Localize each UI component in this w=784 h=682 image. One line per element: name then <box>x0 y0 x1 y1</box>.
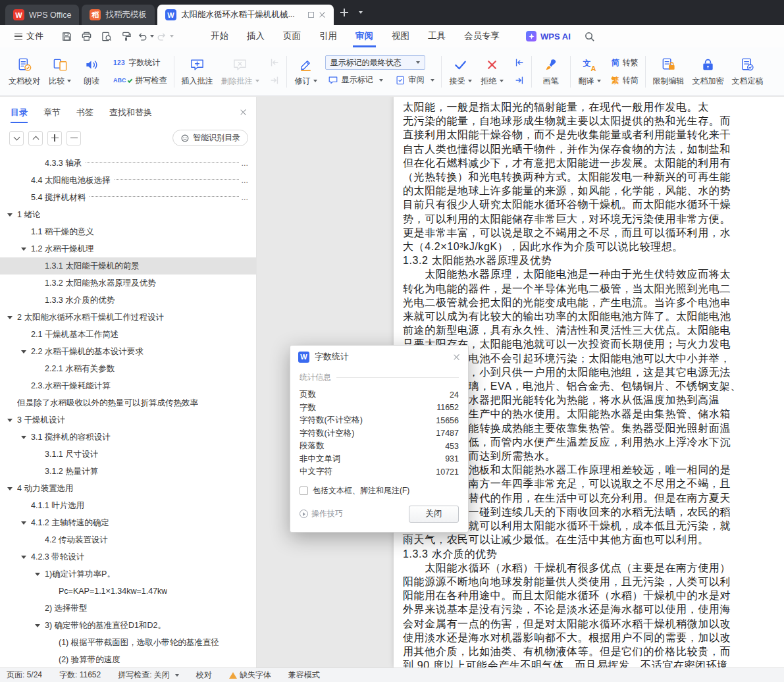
redo-button[interactable] <box>157 28 174 44</box>
doc-finalize-button[interactable]: 文档定稿 <box>729 52 767 92</box>
sidebar-tab[interactable]: 查找和替换 <box>109 97 152 128</box>
format-painter-button[interactable] <box>117 28 134 44</box>
menu-item[interactable]: 开始 <box>201 25 238 47</box>
menu-item[interactable]: 视图 <box>382 25 419 47</box>
expand-all-button[interactable] <box>47 131 62 145</box>
page-indicator[interactable]: 页面: 5/24 <box>7 669 42 681</box>
toc-item[interactable]: (1) 根据平带截面图，选取小带轮的基准直径 <box>0 634 256 651</box>
toc-item[interactable]: 4.2.3 带轮设计 <box>0 548 256 565</box>
toc-item[interactable]: Pc=KAP=1.1×1.34kw=1.47kw <box>0 583 256 600</box>
home-tab[interactable]: W WPS Office <box>5 5 79 25</box>
toc-item[interactable]: 1.3.3 水介质的优势 <box>0 292 256 309</box>
toc-item[interactable]: 2.1 干燥机基本工作简述 <box>0 326 256 343</box>
pen-button[interactable]: 画笔 <box>536 52 566 92</box>
print-button[interactable] <box>78 28 95 44</box>
toc-item[interactable]: 1)确定计算功率P。 <box>0 565 256 583</box>
spellcheck-indicator[interactable]: 拼写检查: 关闭 <box>118 669 179 681</box>
print-preview-button[interactable] <box>97 28 115 44</box>
toc-item[interactable]: 2 太阳能水循环水稻干燥机工作过程设计 <box>0 309 256 326</box>
collapse-triangle-icon[interactable] <box>20 350 31 354</box>
collapse-all-button[interactable] <box>66 131 81 145</box>
read-aloud-button[interactable]: 朗读 <box>76 52 107 92</box>
sidebar-tab[interactable]: 目录 <box>11 97 28 128</box>
collapse-triangle-icon[interactable] <box>7 487 17 490</box>
proofing-indicator[interactable]: 校对 <box>196 669 212 681</box>
toc-item[interactable]: 2.2 水稻干燥机的基本设计要求 <box>0 343 256 360</box>
missing-font-indicator[interactable]: 缺失字体 <box>229 669 271 681</box>
collapse-triangle-icon[interactable] <box>20 248 31 251</box>
simplified-to-traditional-button[interactable]: 简 转繁 <box>609 55 641 70</box>
smart-catalog-button[interactable]: 智能识别目录 <box>172 130 248 146</box>
menu-item[interactable]: 引用 <box>310 25 346 47</box>
reject-button[interactable]: 拒绝 <box>477 52 508 92</box>
doc-proof-button[interactable]: 文档校对 <box>5 52 43 92</box>
close-dialog-icon[interactable] <box>453 354 460 361</box>
checkbox-icon[interactable] <box>300 486 308 495</box>
next-change-button[interactable] <box>511 73 527 88</box>
toc-item[interactable]: 3.1.1 尺寸设计 <box>0 446 256 463</box>
file-menu-button[interactable]: 文件 <box>9 30 49 42</box>
previous-change-button[interactable] <box>511 55 527 70</box>
toc-item[interactable]: 2) 选择带型 <box>0 600 256 617</box>
close-tab-icon[interactable] <box>319 11 326 18</box>
show-markup-button[interactable]: 显示标记 <box>325 72 386 88</box>
dialog-title-bar[interactable]: W 字数统计 <box>290 346 468 368</box>
toc-item[interactable]: 1 绪论 <box>0 206 256 223</box>
toc-item[interactable]: 3.1.2 热量计算 <box>0 463 256 480</box>
toc-item[interactable]: 4.2 传动装置设计 <box>0 531 256 548</box>
compat-mode-indicator[interactable]: 兼容模式 <box>288 669 320 681</box>
collapse-triangle-icon[interactable] <box>7 316 17 319</box>
search-button[interactable] <box>581 28 598 44</box>
word-count-indicator[interactable]: 字数: 11652 <box>59 669 101 681</box>
word-count-button[interactable]: 123 字数统计 <box>111 55 170 70</box>
menu-item[interactable]: 插入 <box>238 25 274 47</box>
toc-item[interactable]: 3) 确定带轮的基准直径D1和D2。 <box>0 617 256 634</box>
new-tab-button[interactable] <box>340 9 348 16</box>
sidebar-tab[interactable]: 章节 <box>43 97 61 128</box>
delete-comment-button[interactable]: 删除批注 <box>218 52 263 92</box>
review-button[interactable]: 审阅 <box>392 72 437 88</box>
toc-item[interactable]: 1.1 稻干燥的意义 <box>0 223 256 240</box>
insert-comment-button[interactable]: 插入批注 <box>178 52 217 92</box>
save-button[interactable] <box>58 28 75 44</box>
collapse-triangle-icon[interactable] <box>7 419 17 422</box>
toc-item[interactable]: 4.3.3 轴承... <box>0 155 256 172</box>
menu-item[interactable]: 工具 <box>419 25 455 47</box>
toc-item[interactable]: 4.4 太阳能电池板选择... <box>0 172 256 189</box>
include-textbox-checkbox[interactable]: 包括文本框、脚注和尾注(F) <box>300 485 459 496</box>
undo-button[interactable] <box>137 28 154 44</box>
toc-item[interactable]: 5.4 搅拌机材料... <box>0 189 256 206</box>
sidebar-tab[interactable]: 书签 <box>76 97 93 128</box>
docer-template-tab[interactable]: 稻 找稻壳模板 <box>82 5 155 25</box>
toc-item[interactable]: (2) 验算带的速度 <box>0 651 256 668</box>
tab-list-chevron-icon[interactable] <box>359 11 363 14</box>
toc-item[interactable]: 2.2.1 水稻有关参数 <box>0 360 256 377</box>
expand-down-button[interactable] <box>9 131 24 145</box>
collapse-triangle-icon[interactable] <box>34 624 45 627</box>
wps-ai-button[interactable]: WPS AI <box>526 31 571 41</box>
toc-item[interactable]: 2.3.水稻干燥耗能计算 <box>0 377 256 394</box>
document-tab[interactable]: W 太阳能水循环水稻干燥机机械... <box>157 5 334 25</box>
toc-item[interactable]: 1.3.2 太阳能热水器原理及优势 <box>0 275 256 292</box>
toc-item[interactable]: 1.3.1 太阳能干燥机的前景 <box>0 257 256 275</box>
traditional-to-simplified-button[interactable]: 繁 转简 <box>609 73 641 88</box>
menu-item[interactable]: 页面 <box>274 25 310 47</box>
toc-item[interactable]: 3 干燥机设计 <box>0 411 256 429</box>
toc-item[interactable]: 4 动力装置选用 <box>0 480 256 497</box>
compare-button[interactable]: 比较 <box>45 52 75 92</box>
collapse-triangle-icon[interactable] <box>34 573 45 576</box>
spell-check-button[interactable]: ABC 拼写检查 <box>111 73 170 88</box>
restrict-edit-button[interactable]: 限制编辑 <box>650 52 688 92</box>
menu-item[interactable]: 审阅 <box>346 25 382 47</box>
tips-link[interactable]: 操作技巧 <box>300 508 343 519</box>
toc-item[interactable]: 4.1.1 叶片选用 <box>0 497 256 514</box>
menu-item[interactable]: 会员专享 <box>455 25 509 47</box>
collapse-triangle-icon[interactable] <box>20 436 31 439</box>
toc-item[interactable]: 4.1.2 主轴转速的确定 <box>0 514 256 531</box>
collapse-triangle-icon[interactable] <box>20 521 31 525</box>
toc-item[interactable]: 3.1 搅拌机的容积设计 <box>0 429 256 446</box>
toc-item[interactable]: 但是除了水稻吸收以外的热量可以折算成传热效率 <box>0 394 256 411</box>
track-changes-button[interactable]: 修订 <box>291 52 321 92</box>
collapse-triangle-icon[interactable] <box>20 556 31 559</box>
next-comment-button[interactable] <box>267 73 282 88</box>
